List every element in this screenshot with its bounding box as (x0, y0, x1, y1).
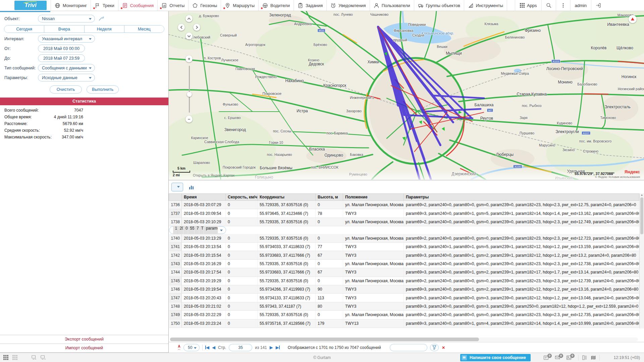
screen-add-icon[interactable] (32, 355, 37, 360)
page-size-select[interactable]: 50 (183, 344, 200, 351)
tab-users[interactable]: Пользователи (370, 0, 414, 11)
table-view-button[interactable] (171, 183, 183, 191)
user-menu[interactable]: admin (570, 0, 591, 11)
log-icon[interactable] (582, 355, 587, 360)
column-header[interactable]: Скорость, км/ч (226, 194, 258, 201)
map-source-icon[interactable] (591, 355, 596, 360)
table-row[interactable]: 17442018-05-03 20:17:54055.9733683, 37.4… (169, 268, 639, 277)
chat-button[interactable]: ✉ Напишите свое сообщение (460, 354, 531, 361)
quick-range-0[interactable]: Сегодня (4, 25, 44, 33)
next-page-button[interactable]: ▶ (270, 345, 273, 350)
table-search-input[interactable] (390, 344, 427, 351)
quick-range-3[interactable]: Месяц (124, 25, 164, 33)
tab-tools[interactable]: Инструменты (464, 0, 507, 11)
cell: 2018-05-03 20:11:54 (178, 226, 184, 234)
notifications-messages-icon[interactable]: 0 (543, 355, 549, 360)
map-scale: 5 km 2 mi (173, 166, 190, 177)
table-row[interactable]: 17382018-05-03 20:10:29055.729335, 37.63… (169, 218, 639, 226)
stat-row: Расстояние:5679.60 км (0, 121, 168, 128)
cell: TWY3 (343, 243, 404, 251)
compass-icon[interactable] (629, 15, 637, 23)
tab-unit-groups[interactable]: Группы объектов (414, 0, 464, 11)
table-row[interactable]: 17422018-05-03 20:15:54055.9733683, 37.4… (169, 251, 639, 259)
vertical-scrollbar[interactable]: ▲ (639, 193, 644, 328)
yandex-terms[interactable]: © Яндекс Условия использования (595, 175, 640, 179)
execute-button[interactable]: Выполнить (87, 85, 119, 94)
column-header[interactable] (169, 194, 182, 201)
to-input[interactable]: 2018 Май 07 23:59 (38, 54, 85, 62)
filter-button[interactable] (430, 344, 439, 351)
tab-geofences[interactable]: Геозоны (188, 0, 221, 11)
logout-button[interactable] (591, 0, 605, 11)
grid-dark-icon[interactable] (3, 355, 8, 360)
wrench-icon[interactable] (98, 15, 105, 22)
object-select[interactable]: Nissan (38, 15, 95, 22)
from-input[interactable]: 2018 Май 03 00:00 (38, 45, 85, 52)
parameters-select[interactable]: Исходные данные (38, 74, 95, 81)
map[interactable]: д. БужаровоЗеленоградпос. ЛуневоЧашников… (169, 11, 644, 180)
yandex-logo[interactable]: Яндекс (625, 169, 640, 174)
horizontal-scrollbar[interactable] (170, 338, 638, 341)
table-row[interactable]: 17392018-05-03 20:11:54055.9734033, 37.4… (169, 226, 226, 234)
last-page-button[interactable]: ▶ (276, 345, 280, 350)
zoom-out-button[interactable]: − (185, 116, 193, 123)
chart-view-button[interactable] (186, 183, 197, 191)
table-row[interactable]: 17482018-05-03 20:21:02055.97343, 37.411… (169, 302, 639, 310)
tab-messages[interactable]: Сообщения (118, 0, 158, 11)
column-header[interactable]: Параметры (404, 194, 639, 201)
table-row[interactable]: 17362018-05-03 20:07:29055.729335, 37.63… (169, 201, 639, 209)
table-row[interactable]: 17492018-05-03 20:22:29055.729335, 37.63… (169, 311, 639, 319)
open-in-yandex-link[interactable]: Открыть в Яндекс.Картах (193, 173, 234, 177)
search-button[interactable] (541, 0, 556, 11)
first-page-button[interactable]: ◀ (205, 345, 209, 350)
zoom-in-button[interactable]: + (185, 55, 193, 62)
table-row[interactable]: 17402018-05-03 20:13:29055.729335, 37.63… (169, 234, 639, 242)
autofit-columns-button[interactable]: A↔ (177, 345, 181, 350)
export-messages-link[interactable]: Экспорт сообщений (0, 335, 168, 344)
tab-monitoring[interactable]: Мониторинг (51, 0, 91, 11)
tab-jobs[interactable]: Задания (293, 0, 326, 11)
table-row[interactable]: 17432018-05-03 20:16:29055.729335, 37.63… (169, 259, 639, 268)
pan-left-button[interactable] (178, 24, 185, 31)
tab-drivers[interactable]: Водители (258, 0, 293, 11)
tab-notifications[interactable]: Уведомления (326, 0, 369, 11)
tab-tracks[interactable]: Треки (91, 0, 118, 11)
column-header[interactable]: Координаты (258, 194, 316, 201)
cell: param69=2, param240=0, param80=0, gsm=0,… (404, 201, 639, 209)
page-number-input[interactable] (229, 344, 252, 351)
zoom-slider-handle[interactable] (187, 92, 192, 97)
prev-page-button[interactable]: ◀ (212, 345, 215, 350)
pan-up-button[interactable] (185, 15, 193, 22)
clear-button[interactable]: Очистить (50, 85, 82, 94)
message-type-select[interactable]: Сообщения с данными (38, 64, 95, 72)
pan-right-button[interactable] (193, 24, 200, 31)
column-header[interactable]: Время (182, 194, 226, 201)
quick-range-2[interactable]: Неделя (84, 25, 124, 33)
driver-messages-icon[interactable]: 0 (555, 355, 560, 360)
app-logo[interactable]: Trivi (14, 1, 47, 10)
more-menu-button[interactable] (556, 0, 570, 11)
cell: 67 (316, 268, 343, 277)
column-header[interactable]: Высота, м (316, 194, 343, 201)
table-row[interactable]: 17502018-05-03 20:23:24055.9735716, 37.4… (169, 319, 639, 327)
screen-remove-icon[interactable] (41, 355, 46, 360)
table-row[interactable]: 17462018-05-03 20:19:54055.9734266, 37.4… (169, 285, 639, 294)
horizontal-scrollbar-thumb[interactable] (170, 338, 479, 341)
apps-button[interactable]: Apps (515, 0, 541, 11)
vertical-scrollbar-thumb[interactable] (640, 197, 643, 234)
media-icon[interactable]: 0 (566, 355, 572, 360)
grid-light-icon[interactable] (12, 355, 17, 360)
pan-down-button[interactable] (185, 33, 193, 40)
column-header[interactable]: Положение (343, 194, 404, 201)
table-row[interactable]: 17412018-05-03 20:13:54055.9734033, 37.4… (169, 243, 639, 251)
quick-range-1[interactable]: Вчера (44, 25, 84, 33)
tab-routes[interactable]: Маршруты (221, 0, 258, 11)
tab-reports[interactable]: Отчеты (157, 0, 188, 11)
table-row[interactable]: 17452018-05-03 20:19:29055.729335, 37.63… (169, 277, 639, 285)
clear-filter-button[interactable]: × (442, 345, 445, 350)
import-messages-link[interactable]: Импорт сообщений (0, 344, 168, 353)
table-row[interactable]: 17472018-05-03 20:20:43055.9734133, 37.4… (169, 294, 639, 302)
table-row[interactable]: 17372018-05-03 20:09:54055.973645, 37.41… (169, 209, 639, 218)
zoom-slider[interactable] (189, 66, 190, 113)
interval-select[interactable]: Указанный интервал (38, 35, 95, 43)
